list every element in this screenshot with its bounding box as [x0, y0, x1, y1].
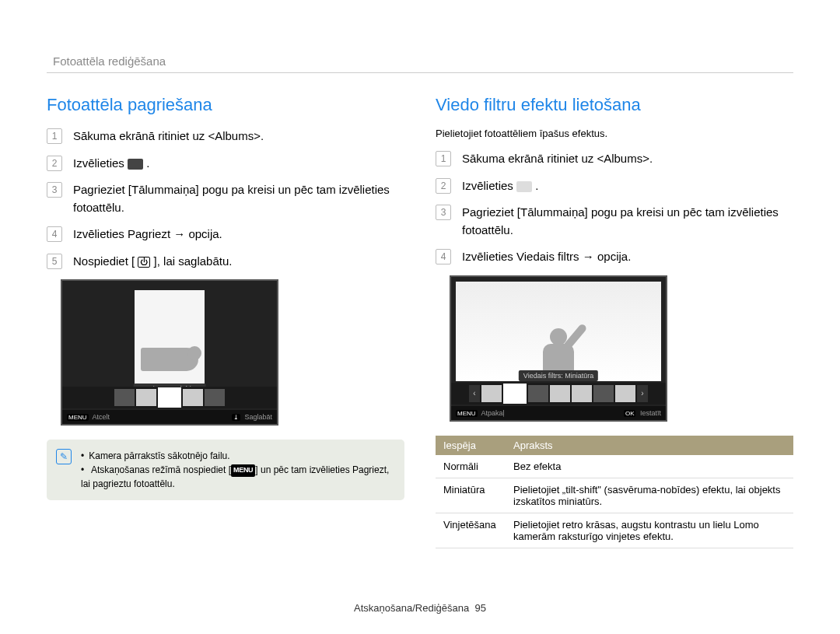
option-name: Vinjetēšana [436, 513, 506, 548]
table-row: Vinjetēšana Pielietojiet retro krāsas, a… [436, 513, 793, 548]
ok-chip-icon: OK [624, 410, 636, 417]
chevron-right-icon: › [637, 385, 648, 402]
step-text: . [535, 179, 538, 192]
thumb [481, 385, 502, 402]
footer-left-label: Atpakaļ [481, 409, 505, 417]
footer-section: Atskaņošana/Rediģēšana [354, 602, 469, 614]
step: Izvēlieties . [451, 177, 793, 195]
step: Pagrieziet [Tālummaiņa] pogu pa kreisi u… [451, 204, 793, 239]
filter-caption: Viedais ﬁltrs: Miniatūra [519, 370, 598, 381]
options-table: Iespēja Apraksts Normāli Bez efekta Mini… [436, 436, 793, 548]
thumb [593, 385, 614, 402]
footer-right-label: Iestatīt [640, 409, 661, 417]
thumb [205, 389, 225, 406]
step: Sākuma ekrānā ritiniet uz <Albums>. [451, 150, 793, 168]
preview-portrait [135, 290, 205, 399]
table-row: Normāli Bez efekta [436, 455, 793, 478]
screen-footer: MENU Atcelt ⤓ Saglabāt [62, 410, 277, 424]
thumb [114, 389, 135, 406]
option-desc: Pielietojiet retro krāsas, augstu kontra… [506, 513, 793, 548]
table-header: Apraksts [506, 436, 793, 455]
thumbnail-strip: ‹ › [451, 383, 666, 405]
step-text: Izvēlieties [462, 179, 516, 192]
thumb [550, 385, 570, 402]
thumb [572, 385, 592, 402]
thumb [615, 385, 635, 402]
thumb-selected [503, 384, 527, 404]
note-icon: ✎ [56, 449, 72, 464]
thumb [183, 389, 203, 406]
breadcrumb: Fotoattēla rediģēšana [47, 54, 793, 68]
preview-filter [456, 282, 661, 381]
save-chip-icon: ⤓ [232, 414, 240, 421]
option-name: Miniatūra [436, 478, 506, 513]
steps-filters: Sākuma ekrānā ritiniet uz <Albums>. Izvē… [436, 150, 793, 266]
page-number: 95 [474, 602, 485, 614]
table-row: Miniatūra Pielietojiet „tilt-shift" (sas… [436, 478, 793, 513]
step-text: . [146, 156, 149, 170]
subtext: Pielietojiet fotoattēliem īpašus efektus… [436, 128, 793, 139]
thumb-selected [158, 387, 181, 408]
step: Sākuma ekrānā ritiniet uz <Albums>. [62, 128, 404, 145]
note-box: ✎ Kamera pārrakstīs sākotnējo failu. Ats… [47, 440, 404, 500]
note-item: Atskaņošanas režīmā nospiediet [MENU] un… [81, 463, 394, 491]
thumb [136, 389, 156, 406]
option-desc: Pielietojiet „tilt-shift" (sasvēruma-nob… [506, 478, 793, 513]
menu-chip-icon: MENU [456, 410, 478, 417]
thumbnail-strip [62, 387, 277, 408]
step-text: ], lai saglabātu. [154, 254, 233, 268]
option-name: Normāli [436, 455, 506, 478]
note-item: Kamera pārrakstīs sākotnējo failu. [81, 449, 394, 463]
footer-right-label: Saglabāt [244, 413, 272, 421]
section-title-filters: Viedo ﬁltru efektu lietošana [436, 95, 793, 115]
step: Nospiediet [ ⏻ ], lai saglabātu. [62, 253, 404, 271]
step: Pagrieziet [Tālummaiņa] pogu pa kreisi u… [62, 181, 404, 216]
step: Izvēlieties Viedais ﬁltrs → opcija. [451, 248, 793, 266]
figure-silhouette-icon [141, 348, 198, 371]
thumb [528, 385, 548, 402]
step: Izvēlieties . [62, 155, 404, 173]
edit-icon [128, 159, 143, 170]
page-footer: Atskaņošana/Rediģēšana 95 [0, 602, 840, 614]
footer-left-label: Atcelt [93, 413, 110, 421]
screen-footer: MENU Atpakaļ OK Iestatīt [451, 406, 666, 420]
step-text: Izvēlieties [73, 156, 128, 170]
screenshot-rotate: Pagriezt : Pa labi 90 MENU Atcelt ⤓ S [61, 279, 278, 426]
edit-icon [516, 181, 532, 192]
left-column: Fotoattēla pagriešana Sākuma ekrānā riti… [47, 95, 404, 548]
chevron-left-icon: ‹ [469, 385, 480, 402]
menu-chip-icon: MENU [67, 414, 89, 421]
option-desc: Bez efekta [506, 455, 793, 478]
table-header: Iespēja [436, 436, 506, 455]
screenshot-filter: Viedais ﬁltrs: Miniatūra ‹ › MENU Atpaka… [450, 275, 667, 422]
right-column: Viedo ﬁltru efektu lietošana Pielietojie… [436, 95, 793, 548]
power-icon: ⏻ [138, 257, 150, 268]
steps-rotate: Sākuma ekrānā ritiniet uz <Albums>. Izvē… [47, 128, 404, 270]
menu-icon: MENU [231, 464, 255, 477]
step: Izvēlieties Pagriezt → opcija. [62, 226, 404, 243]
divider [47, 72, 793, 73]
step-text: Nospiediet [ [73, 254, 135, 268]
section-title-rotate: Fotoattēla pagriešana [47, 95, 404, 115]
